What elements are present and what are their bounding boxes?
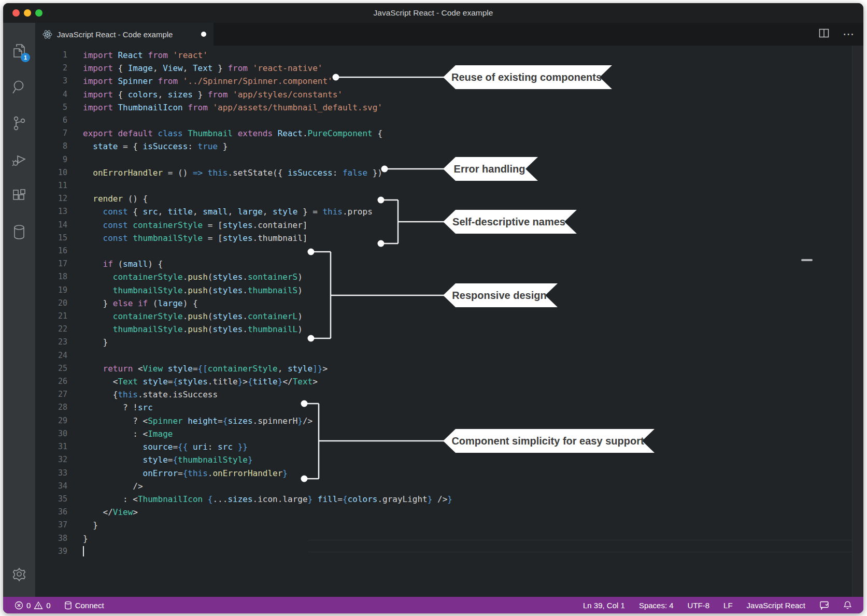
- sidebar-item-explorer[interactable]: 1: [3, 37, 35, 64]
- code-line[interactable]: 17 if (small) {: [35, 257, 852, 270]
- line-number: 4: [35, 88, 67, 101]
- status-bar-right: Ln 39, Col 1 Spaces: 4 UTF-8 LF JavaScri…: [583, 600, 852, 610]
- code-line[interactable]: 29 ? <Spinner height={sizes.spinnerH}/>: [35, 414, 852, 427]
- code-line[interactable]: 27 {this.state.isSuccess: [35, 388, 852, 401]
- code-line[interactable]: 16: [35, 245, 852, 257]
- code-line[interactable]: 22 thumbnailStyle.push(styles.thumbnailL…: [35, 323, 852, 336]
- code-text: onError={this.onErrorHandler}: [67, 467, 288, 480]
- code-line[interactable]: 20 } else if (large) {: [35, 297, 852, 310]
- code-line[interactable]: 8 state = { isSuccess: true }: [35, 140, 852, 153]
- code-text: style={thumbnailStyle}: [67, 453, 253, 466]
- cursor-position[interactable]: Ln 39, Col 1: [583, 601, 625, 610]
- split-editor-button[interactable]: [819, 28, 829, 40]
- code-line[interactable]: 28 ? !src: [35, 401, 852, 414]
- gear-icon: [10, 565, 28, 583]
- manage-button[interactable]: [3, 561, 35, 588]
- eol-sequence[interactable]: LF: [723, 601, 733, 610]
- panel-divider: [308, 540, 863, 540]
- code-text: }: [67, 519, 98, 532]
- code-editor[interactable]: 1import React from 'react'2import { Imag…: [35, 46, 863, 597]
- code-text: const thumbnailStyle = [styles.thumbnail…: [67, 232, 308, 245]
- line-number: 6: [35, 114, 67, 127]
- feedback-icon: [819, 600, 829, 610]
- title-bar: JavaScript React - Code example: [3, 3, 863, 23]
- code-line[interactable]: 18 containerStyle.push(styles.sontainerS…: [35, 270, 852, 283]
- line-number: 20: [35, 297, 67, 310]
- code-line[interactable]: 2import { Image, View, Text } from 'reac…: [35, 62, 852, 75]
- annotation-label: Component simplicity for easy support: [443, 429, 655, 453]
- code-text: state = { isSuccess: true }: [67, 140, 228, 153]
- sidebar-item-extensions[interactable]: [3, 182, 35, 209]
- line-number: 16: [35, 245, 67, 257]
- language-mode[interactable]: JavaScript React: [747, 601, 805, 610]
- code-line[interactable]: 33 onError={this.onErrorHandler}: [35, 467, 852, 480]
- line-number: 1: [35, 49, 67, 62]
- scrollbar-thumb[interactable]: [801, 259, 813, 261]
- code-text: containerStyle.push(styles.sontainerS): [67, 270, 303, 283]
- line-number: 17: [35, 257, 67, 270]
- sidebar-item-search[interactable]: [3, 74, 35, 101]
- code-line[interactable]: 30 : <Image: [35, 427, 852, 440]
- code-line[interactable]: 7export default class Thumbnail extends …: [35, 127, 852, 140]
- code-line[interactable]: 10 onErrorHandler = () => this.setState(…: [35, 166, 852, 179]
- code-line[interactable]: 31 source={{ uri: src }}: [35, 440, 852, 453]
- code-line[interactable]: 6: [35, 114, 852, 127]
- code-line[interactable]: 23 }: [35, 336, 852, 349]
- code-line[interactable]: 12 render () {: [35, 192, 852, 205]
- code-line[interactable]: 5import ThumbnailIcon from 'app/assets/t…: [35, 101, 852, 114]
- line-number: 3: [35, 75, 67, 88]
- code-line[interactable]: 11: [35, 179, 852, 192]
- code-text: import { colors, sizes } from 'app/style…: [67, 88, 343, 101]
- search-icon: [11, 79, 27, 95]
- extensions-icon: [11, 188, 27, 204]
- code-line[interactable]: 25 return <View style={[containerStyle, …: [35, 362, 852, 375]
- code-line[interactable]: 4import { colors, sizes } from 'app/styl…: [35, 88, 852, 101]
- code-text: thumbnailStyle.push(styles.thumbnailL): [67, 323, 303, 336]
- database-icon: [12, 224, 26, 240]
- connect-button[interactable]: Connect: [64, 601, 104, 610]
- code-text: </View>: [67, 506, 138, 519]
- code-line[interactable]: 35 : <ThumbnailIcon {...sizes.icon.large…: [35, 493, 852, 506]
- line-number: 30: [35, 427, 67, 440]
- code-text: return <View style={[containerStyle, sty…: [67, 362, 328, 375]
- line-number: 22: [35, 323, 67, 336]
- encoding[interactable]: UTF-8: [688, 601, 710, 610]
- code-line[interactable]: 32 style={thumbnailStyle}: [35, 453, 852, 466]
- code-line[interactable]: 9: [35, 153, 852, 166]
- code-line[interactable]: 1import React from 'react': [35, 49, 852, 62]
- line-number: 31: [35, 440, 67, 453]
- code-line[interactable]: 13 const { src, title, small, large, sty…: [35, 205, 852, 218]
- line-number: 21: [35, 310, 67, 323]
- connect-label: Connect: [75, 601, 104, 610]
- status-bar-left: 0 0 Connect: [15, 601, 104, 610]
- code-text: [67, 114, 83, 127]
- line-number: 10: [35, 166, 67, 179]
- more-actions-button[interactable]: ⋯: [843, 32, 855, 37]
- line-number: 35: [35, 493, 67, 506]
- feedback-button[interactable]: [819, 600, 829, 610]
- line-number: 8: [35, 140, 67, 153]
- indentation[interactable]: Spaces: 4: [639, 601, 674, 610]
- code-line[interactable]: 38}: [35, 532, 852, 545]
- scrollbar-track[interactable]: [852, 46, 863, 597]
- status-bar: 0 0 Connect Ln 39, Col 1 Spaces: [3, 597, 863, 613]
- code-line[interactable]: 36 </View>: [35, 506, 852, 519]
- sidebar-item-run-debug[interactable]: [3, 146, 35, 173]
- tab-javascript-react[interactable]: JavaScript React - Code example: [35, 23, 214, 46]
- code-line[interactable]: 24: [35, 349, 852, 362]
- notifications-button[interactable]: [843, 600, 852, 610]
- code-line[interactable]: 21 containerStyle.push(styles.containerL…: [35, 310, 852, 323]
- sidebar-item-source-control[interactable]: [3, 110, 35, 137]
- line-number: 26: [35, 375, 67, 388]
- code-line[interactable]: 15 const thumbnailStyle = [styles.thumbn…: [35, 232, 852, 245]
- code-line[interactable]: 26 <Text style={styles.title}>{title}</T…: [35, 375, 852, 388]
- code-line[interactable]: 37 }: [35, 519, 852, 532]
- screenshot-page: JavaScript React - Code example 1: [0, 0, 867, 616]
- code-line[interactable]: 34 />: [35, 480, 852, 493]
- warning-count: 0: [46, 601, 50, 610]
- warning-triangle-icon: [34, 601, 43, 610]
- code-line[interactable]: 14 const containerStyle = [styles.contai…: [35, 219, 852, 232]
- sidebar-item-database[interactable]: [3, 219, 35, 246]
- problems-indicator[interactable]: 0 0: [15, 601, 51, 610]
- annotation-label: Reuse of existing components: [443, 65, 612, 89]
